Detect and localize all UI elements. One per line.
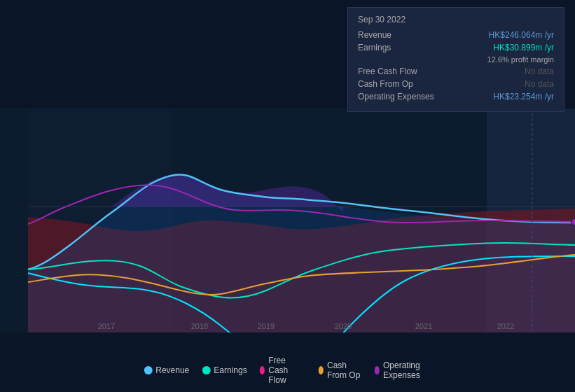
tooltip-fcf-value: No data <box>525 66 554 76</box>
tooltip-opex-row: Operating Expenses HK$23.254m /yr <box>358 92 554 102</box>
tooltip-revenue-label: Revenue <box>358 30 392 40</box>
legend-opex-dot <box>374 366 380 374</box>
tooltip-cashop-label: Cash From Op <box>358 79 413 89</box>
legend-opex: Operating Expenses <box>374 360 431 380</box>
tooltip-cashop-row: Cash From Op No data <box>358 79 554 89</box>
legend-cashop-label: Cash From Op <box>327 360 361 380</box>
legend-revenue-dot <box>144 366 152 374</box>
tooltip-opex-value: HK$23.254m /yr <box>493 92 554 102</box>
tooltip-revenue-value: HK$246.064m /yr <box>489 30 554 40</box>
legend-fcf-label: Free Cash Flow <box>268 356 305 385</box>
legend-earnings: Earnings <box>202 365 247 375</box>
chart-legend: Revenue Earnings Free Cash Flow Cash Fro… <box>144 356 431 385</box>
tooltip-earnings-value: HK$30.899m /yr <box>493 43 554 52</box>
tooltip-earnings-label: Earnings <box>358 43 391 52</box>
legend-opex-label: Operating Expenses <box>383 360 431 380</box>
tooltip-fcf-label: Free Cash Flow <box>358 66 417 76</box>
tooltip-earnings-row: Earnings HK$30.899m /yr <box>358 43 554 52</box>
legend-fcf-dot <box>260 366 265 374</box>
tooltip-revenue-row: Revenue HK$246.064m /yr <box>358 30 554 40</box>
tooltip-cashop-value: No data <box>525 79 554 89</box>
svg-text:2019: 2019 <box>258 322 275 330</box>
legend-earnings-dot <box>202 366 210 374</box>
tooltip-box: Sep 30 2022 Revenue HK$246.064m /yr Earn… <box>347 7 564 112</box>
svg-text:2021: 2021 <box>415 322 432 330</box>
tooltip-margin-row: 12.6% profit margin <box>358 55 554 64</box>
tooltip-fcf-row: Free Cash Flow No data <box>358 66 554 76</box>
legend-revenue-label: Revenue <box>155 365 189 375</box>
svg-text:2020: 2020 <box>335 322 352 330</box>
tooltip-margin-value: 12.6% profit margin <box>487 55 554 64</box>
chart-container: Sep 30 2022 Revenue HK$246.064m /yr Earn… <box>0 0 575 392</box>
legend-cashop-dot <box>318 366 324 374</box>
chart-svg: 2017 2018 2019 2020 2021 2022 <box>0 108 575 332</box>
legend-fcf: Free Cash Flow <box>260 356 306 385</box>
svg-text:2017: 2017 <box>98 322 115 330</box>
tooltip-opex-label: Operating Expenses <box>358 92 434 102</box>
svg-text:2022: 2022 <box>497 322 514 330</box>
legend-revenue: Revenue <box>144 365 189 375</box>
legend-earnings-label: Earnings <box>214 365 247 375</box>
svg-text:2018: 2018 <box>191 322 208 330</box>
legend-cashop: Cash From Op <box>318 360 361 380</box>
tooltip-date: Sep 30 2022 <box>358 15 554 24</box>
